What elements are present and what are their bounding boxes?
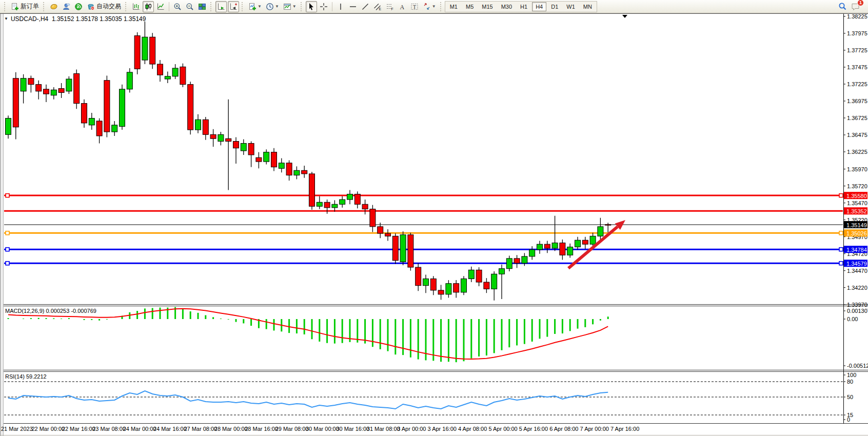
channel-icon: E [373, 3, 382, 11]
time-axis-label: 30 Mar 00:00 [306, 426, 339, 432]
timeframe-d1[interactable]: D1 [547, 2, 562, 11]
svg-text:E: E [379, 7, 381, 10]
candlestick-chart-button[interactable] [143, 1, 154, 12]
candlestick-icon [144, 3, 152, 11]
autotrade-button[interactable]: 自动交易 [85, 1, 123, 12]
time-axis-label: 30 Mar 16:00 [336, 426, 369, 432]
price-tick-label: 1.35470 [847, 200, 867, 206]
price-tick-label: 1.37225 [847, 81, 867, 87]
time-axis-label: 28 Mar 00:00 [214, 426, 248, 432]
rsi-axis-label: 0 [847, 417, 850, 423]
chevron-down-icon: ▼ [292, 4, 297, 9]
timeframe-m15[interactable]: M15 [478, 2, 496, 11]
horizontal-line-button[interactable] [347, 1, 359, 12]
one-click-trading-arrow-icon[interactable]: ▼ [4, 16, 8, 21]
text-label-button[interactable]: T [409, 1, 420, 12]
toolbar-separator [169, 2, 169, 11]
price-line-axis-label: 1.34784 [846, 247, 867, 253]
toolbar-separator [332, 2, 332, 11]
market-depth-button[interactable] [48, 1, 60, 12]
text-button[interactable]: A [397, 1, 408, 12]
time-axis-label: 22 Mar 16:00 [62, 426, 95, 432]
chevron-down-icon: ▼ [275, 4, 279, 9]
equidistant-channel-button[interactable]: E [372, 1, 383, 12]
time-axis-label: 3 Apr 00:00 [397, 426, 426, 432]
chart-shift-button[interactable] [228, 1, 239, 12]
arrows-shapes-button[interactable]: ▼ [421, 1, 438, 12]
toolbar-grip [440, 2, 443, 11]
price-line-axis-label: 1.34579 [846, 261, 867, 267]
template-button[interactable]: ▼ [282, 1, 298, 12]
chart-title: ▼USDCAD-,H4 1.35152 1.35178 1.35035 1.35… [4, 15, 146, 23]
auto-scroll-icon [217, 3, 225, 11]
chart-symbol: USDCAD-,H4 [11, 15, 48, 23]
line-chart-icon [156, 3, 165, 11]
cursor-button[interactable] [306, 1, 317, 12]
macd-indicator-label: MACD(12,26,9) 0.000253 -0.000769 [5, 308, 96, 314]
price-tick-label: 1.38225 [847, 13, 867, 19]
toolbar-grip [125, 2, 128, 11]
main-toolbar: 新订单 自动交易 ▼ [0, 0, 868, 13]
gold-icon [50, 3, 58, 11]
time-axis-label: 27 Mar 08:00 [184, 426, 217, 432]
timeframe-group: M1M5M15M30H1H4D1W1MN [445, 1, 597, 12]
timeframe-m30[interactable]: M30 [498, 2, 516, 11]
text-label-icon: T [410, 3, 419, 11]
time-axis-label: 31 Mar 08:00 [367, 426, 400, 432]
zoom-in-button[interactable] [172, 1, 183, 12]
time-axis-label: 7 Apr 00:00 [580, 426, 609, 432]
timeframe-h4[interactable]: H4 [532, 2, 546, 11]
time-axis-label: 7 Apr 16:00 [610, 426, 639, 432]
community-button[interactable] [61, 1, 72, 12]
vertical-line-button[interactable] [335, 1, 346, 12]
time-axis-label: 29 Mar 08:00 [275, 426, 309, 432]
search-button[interactable] [837, 1, 849, 12]
bar-chart-button[interactable] [130, 1, 142, 12]
crosshair-button[interactable] [318, 1, 329, 12]
indicators-button[interactable]: ▼ [247, 1, 263, 12]
price-tick-label: 1.37975 [847, 30, 867, 36]
time-axis-label: 21 Mar 2023 [1, 426, 33, 432]
price-tick-label: 1.34220 [847, 285, 867, 291]
line-chart-button[interactable] [155, 1, 166, 12]
price-chart[interactable]: 1.382251.379751.377251.374751.372251.369… [0, 13, 868, 436]
horizontal-line-icon [349, 3, 357, 11]
time-axis-label: 6 Apr 08:00 [549, 426, 578, 432]
signals-icon [74, 3, 83, 11]
indicators-icon [248, 3, 257, 11]
fibonacci-icon: F [386, 3, 394, 11]
tile-windows-icon [198, 3, 206, 11]
signals-button[interactable] [73, 1, 84, 12]
price-tick-label: 1.36225 [847, 149, 867, 155]
bar-chart-icon [132, 3, 140, 11]
zoom-out-button[interactable] [184, 1, 195, 12]
vertical-line-icon [337, 3, 345, 11]
macd-axis-label: 0.00 [847, 316, 858, 322]
svg-text:A: A [400, 3, 404, 10]
notifications-button[interactable]: 1 [850, 1, 862, 12]
new-order-button[interactable]: 新订单 [9, 1, 41, 12]
trendline-button[interactable] [360, 1, 371, 12]
timeframe-mn[interactable]: MN [580, 2, 596, 11]
rsi-axis-label: 50 [847, 394, 853, 400]
chart-ohlc-quotes: 1.35152 1.35178 1.35035 1.35149 [52, 15, 146, 23]
fibonacci-button[interactable]: F [384, 1, 396, 12]
autotrade-label: 自动交易 [96, 2, 121, 11]
macd-axis-label: -0.005123 [847, 363, 868, 369]
timeframe-h1[interactable]: H1 [517, 2, 531, 11]
time-axis-label: 5 Apr 16:00 [519, 426, 548, 432]
zoom-out-icon [186, 3, 194, 11]
community-person-icon [62, 3, 70, 11]
period-clock-button[interactable]: ▼ [264, 1, 281, 12]
price-tick-label: 1.35970 [847, 166, 867, 172]
toolbar-grip [43, 2, 46, 11]
price-line-axis-label: 1.35026 [846, 230, 867, 236]
timeframe-m1[interactable]: M1 [446, 2, 461, 11]
timeframe-m5[interactable]: M5 [462, 2, 477, 11]
rsi-axis-label: 80 [847, 379, 853, 385]
timeframe-w1[interactable]: W1 [563, 2, 579, 11]
auto-scroll-button[interactable] [215, 1, 227, 12]
tile-windows-button[interactable] [196, 1, 208, 12]
macd-axis-label: 0.001307 [847, 308, 868, 314]
chart-window: 1.382251.379751.377251.374751.372251.369… [0, 13, 868, 436]
